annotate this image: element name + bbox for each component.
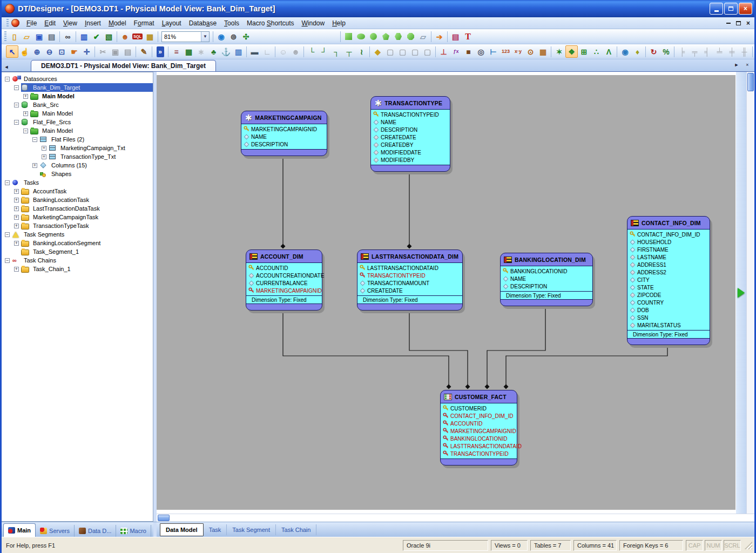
pan-hand-button[interactable]: ☛ xyxy=(68,45,80,58)
connector-bankinglocation_dim-to-customer_fact[interactable] xyxy=(487,294,545,387)
shape-pentagon-button[interactable] xyxy=(380,30,392,43)
zoom-region-button[interactable]: ⊡ xyxy=(56,45,68,58)
column-createdby[interactable]: CREATEDBY xyxy=(371,141,450,149)
expand-icon[interactable]: + xyxy=(14,215,19,220)
text-tool-button[interactable]: T xyxy=(462,30,474,43)
shape-octagon-button[interactable] xyxy=(404,30,417,43)
user-grey-button[interactable]: ☻ xyxy=(289,45,302,58)
document-tab[interactable]: DEMO3.DT1 - Physical Model View: Bank_Di… xyxy=(31,60,216,71)
zoom-in-button[interactable]: ⊕ xyxy=(31,45,43,58)
expand-icon[interactable]: + xyxy=(42,154,46,159)
tree-item-marketingcampaigntask[interactable]: +MarketingCampaignTask xyxy=(2,213,153,221)
column-description[interactable]: DESCRIPTION xyxy=(501,282,592,290)
column-marketingcampaignid[interactable]: MARKETINGCAMPAIGNID xyxy=(246,287,322,294)
collapse-icon[interactable]: − xyxy=(5,232,10,237)
collapse-icon[interactable]: − xyxy=(14,120,19,125)
connector-tool-button[interactable]: ∟ xyxy=(261,45,273,58)
view-tab-data-model[interactable]: Data Model xyxy=(160,523,204,536)
column-contact_info_dim_id[interactable]: CONTACT_INFO_DIM_ID xyxy=(627,231,710,238)
column-modifiedby[interactable]: MODIFIEDBY xyxy=(371,156,450,164)
column-zipcode[interactable]: ZIPCODE xyxy=(627,291,710,299)
expand-icon[interactable]: + xyxy=(14,241,19,246)
column-address1[interactable]: ADDRESS1 xyxy=(627,261,710,268)
collapse-icon[interactable]: − xyxy=(14,85,19,90)
connector-zigzag-button[interactable]: ≀ xyxy=(355,45,368,58)
column-household[interactable]: HOUSEHOLD xyxy=(627,238,710,246)
find-binoculars-button[interactable]: ∞ xyxy=(62,30,74,43)
frame-grey-2-button[interactable]: ▢ xyxy=(396,45,409,58)
tree-item-bankinglocationsegment[interactable]: +BankingLocationSegment xyxy=(2,239,153,247)
connector-elbow-button[interactable]: └ xyxy=(306,45,318,58)
find-in-diagram-button[interactable]: ⊚ xyxy=(227,30,240,43)
diamond-tool-button[interactable]: ◆ xyxy=(372,45,384,58)
new-shape-page-button[interactable]: ▱ xyxy=(417,30,429,43)
entity-contact_info_dim[interactable]: CONTACT_INFO_DIMCONTACT_INFO_DIM_IDHOUSE… xyxy=(627,216,710,345)
menu-insert[interactable]: Insert xyxy=(81,18,105,28)
collapse-icon[interactable]: − xyxy=(5,180,10,185)
calendar-grid-button[interactable]: ▦ xyxy=(537,45,549,58)
tree-item-transactiontypetask[interactable]: +TransactionTypeTask xyxy=(2,221,153,230)
tree-item-main-model[interactable]: +Main Model xyxy=(2,92,153,100)
globe-mono-button[interactable]: ◎ xyxy=(475,45,487,58)
sql-button[interactable]: SQL xyxy=(131,30,144,43)
connector-key-many-button[interactable]: ┐ xyxy=(330,45,343,58)
expand-icon[interactable]: + xyxy=(14,267,19,272)
menu-layout[interactable]: Layout xyxy=(158,18,185,28)
entity-lasttransactiondata_dim[interactable]: LASTTRANSACTIONDATA_DIMLASTTRANSACTIONDA… xyxy=(357,249,463,311)
tree-item-main-model[interactable]: +Main Model xyxy=(2,109,153,118)
column-accountcreationdate[interactable]: ACCOUNTCREATIONDATE xyxy=(246,272,322,279)
column-transactionamount[interactable]: TRANSACTIONAMOUNT xyxy=(357,279,462,287)
tab-scroll-left-button[interactable]: ◄ xyxy=(3,63,10,71)
column-contact_info_dim_id[interactable]: CONTACT_INFO_DIM_ID xyxy=(441,412,517,420)
timer-clock-button[interactable]: ⊙ xyxy=(524,45,537,58)
tree-item-task-chains[interactable]: −∞Task Chains xyxy=(2,256,153,265)
tree-item-flat-file-srcs[interactable]: −Flat_File_Srcs xyxy=(2,118,153,126)
flow-arrow-button[interactable]: ➔ xyxy=(433,30,446,43)
close-button[interactable]: × xyxy=(739,3,752,15)
new-document-button[interactable]: ▯ xyxy=(8,30,21,43)
tree-item-task-segment-1[interactable]: Task_Segment_1 xyxy=(2,247,153,256)
auto-arrange-button[interactable]: ✣ xyxy=(240,30,252,43)
connector-one-many-button[interactable]: ┘ xyxy=(318,45,330,58)
column-description[interactable]: DESCRIPTION xyxy=(241,140,327,148)
collapse-icon[interactable]: − xyxy=(5,77,10,82)
entity-customer_fact[interactable]: CUSTOMER_FACTCUSTOMERIDCONTACT_INFO_DIM_… xyxy=(440,390,517,466)
expand-icon[interactable]: + xyxy=(42,146,46,151)
tree-item-flat-files-2-[interactable]: −Flat Files (2) xyxy=(2,135,153,144)
align-right-button[interactable]: ╡ xyxy=(701,45,713,58)
overflow-chevron-button[interactable]: » xyxy=(154,45,166,58)
panel-tab-main[interactable]: Main xyxy=(3,523,36,537)
restore-button[interactable] xyxy=(724,3,738,15)
drop-shape-button[interactable]: ♦ xyxy=(631,45,644,58)
vertical-scrollbar-thumb[interactable] xyxy=(747,73,754,91)
tree-item-tasks[interactable]: −Tasks xyxy=(2,178,153,187)
validate-check-button[interactable]: ✔ xyxy=(90,30,103,43)
menu-macro-shortcuts[interactable]: Macro Shortcuts xyxy=(243,18,298,28)
tree-item-main-model[interactable]: −Main Model xyxy=(2,126,153,135)
column-city[interactable]: CITY xyxy=(627,276,710,284)
column-bankinglocationid[interactable]: BANKINGLOCATIONID xyxy=(501,267,592,275)
forest-layout-button[interactable]: ♣ xyxy=(207,45,220,58)
column-lasttransactiondataid[interactable]: LASTTRANSACTIONDATAID xyxy=(441,442,517,450)
column-customerid[interactable]: CUSTOMERID xyxy=(441,404,517,412)
expand-icon[interactable]: + xyxy=(14,189,19,194)
zoom-level-combo[interactable]: 81%▼ xyxy=(161,31,210,42)
column-marketingcampaignid[interactable]: MARKETINGCAMPAIGNID xyxy=(241,125,327,133)
column-state[interactable]: STATE xyxy=(627,284,710,291)
entity-header[interactable]: ∗TRANSACTIONTYPE xyxy=(371,97,450,109)
column-transactiontypeid[interactable]: TRANSACTIONTYPEID xyxy=(357,272,462,279)
column-marketingcampaignid[interactable]: MARKETINGCAMPAIGNID xyxy=(441,427,517,435)
panel-tab-macro[interactable]: Macro xyxy=(116,525,151,537)
frame-grey-4-button[interactable]: ▢ xyxy=(421,45,434,58)
expand-icon[interactable]: + xyxy=(32,163,37,168)
view-tab-task[interactable]: Task xyxy=(204,524,227,535)
tree-item-transactiontype-txt[interactable]: +TransactionType_Txt xyxy=(2,152,153,161)
shape-ellipse-button[interactable] xyxy=(355,30,367,43)
cut-button[interactable]: ✂ xyxy=(97,45,109,58)
package-tool-button[interactable]: ■ xyxy=(462,45,475,58)
mdi-minimize-icon[interactable] xyxy=(726,23,731,24)
anchor-tool-button[interactable]: ⚓ xyxy=(220,45,232,58)
expand-icon[interactable]: + xyxy=(14,206,19,211)
panel-tab-data-d-[interactable]: Data D... xyxy=(75,525,116,537)
snowflake-tool-button[interactable]: ∗ xyxy=(195,45,207,58)
